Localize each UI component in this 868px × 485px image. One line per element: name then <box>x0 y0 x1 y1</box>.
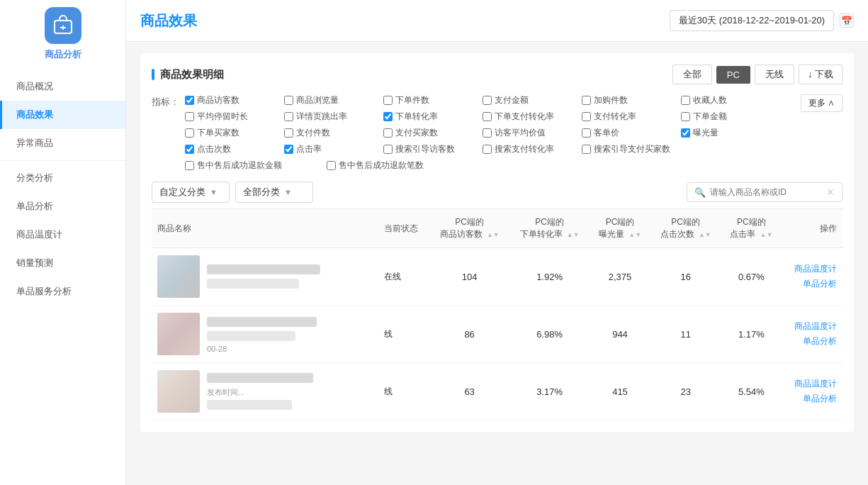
product-image <box>157 255 200 298</box>
product-id-blurred <box>207 400 292 410</box>
product-name-cell: 发布时间... <box>152 363 378 420</box>
product-search-box: 🔍 ✕ <box>687 182 842 202</box>
card-header: 商品效果明细 全部 PC 无线 ↓ 下载 <box>152 65 842 84</box>
sidebar-item-category[interactable]: 分类分析 <box>0 164 125 192</box>
sidebar-item-service[interactable]: 单品服务分析 <box>0 277 125 306</box>
product-status: 在线 <box>378 248 429 306</box>
metric-buyerdown[interactable]: 下单买家数 <box>185 127 284 139</box>
product-visitors: 104 <box>429 248 509 306</box>
product-visitors: 86 <box>429 306 509 363</box>
product-id-blurred <box>207 279 299 289</box>
download-button[interactable]: ↓ 下载 <box>799 65 842 84</box>
chevron-down-icon: ▼ <box>284 188 292 196</box>
product-exposure: 2,375 <box>590 248 650 306</box>
metric-orderconvert[interactable]: 下单转化率 <box>383 111 483 123</box>
product-actions: 商品温度计 单品分析 <box>782 248 842 306</box>
col-exposure[interactable]: PC端的 曝光量 ▲▼ <box>590 209 650 248</box>
metric-ctr[interactable]: 点击率 <box>284 143 383 155</box>
metric-searchpayconvert[interactable]: 搜索支付转化率 <box>483 143 582 155</box>
search-icon: 🔍 <box>694 187 706 198</box>
metric-payconvert2[interactable]: 支付转化率 <box>582 111 681 123</box>
card-title: 商品效果明细 <box>152 68 224 82</box>
metric-salesrefundcount[interactable]: 售中售后成功退款笔数 <box>327 160 468 172</box>
product-orderconvert: 3.17% <box>509 363 590 420</box>
tab-pc[interactable]: PC <box>716 66 750 84</box>
custom-category-select[interactable]: 自定义分类 ▼ <box>152 182 230 203</box>
filter-label: 指标： <box>152 94 179 108</box>
metric-searchvisitors[interactable]: 搜索引导访客数 <box>383 143 483 155</box>
metric-visitors[interactable]: 商品访客数 <box>185 94 284 106</box>
table-row[interactable]: 发布时间... 线 63 3.17% 415 23 <box>152 363 842 420</box>
product-name-blurred <box>207 373 313 383</box>
sidebar-nav: 商品概况 商品效果 异常商品 分类分析 单品分析 商品温度计 销量预测 单品服务… <box>0 72 125 306</box>
col-ctr[interactable]: PC端的 点击率 ▲▼ <box>721 209 782 248</box>
metric-bouncerate[interactable]: 详情页跳出率 <box>284 111 383 123</box>
action-single-link[interactable]: 单品分析 <box>787 393 837 405</box>
filter-row: 指标： 商品访客数 商品浏览量 下单件数 支付金额 加 <box>152 94 842 172</box>
main-content: 商品效果 最近30天 (2018-12-22~2019-01-20) 📅 商品效… <box>126 0 868 485</box>
metric-orders[interactable]: 下单件数 <box>383 94 483 106</box>
product-table: 商品名称 当前状态 PC端的 商品访客数 ▲▼ PC端的 下单转化率 ▲▼ <box>152 208 842 420</box>
metric-paypieces[interactable]: 支付件数 <box>284 127 383 139</box>
metric-searchguidebuyers[interactable]: 搜索引导支付买家数 <box>582 143 681 155</box>
action-temp-link[interactable]: 商品温度计 <box>787 320 837 333</box>
product-sub-info2: 发布时间... <box>207 387 373 398</box>
metric-exposure[interactable]: 曝光量 <box>681 127 780 139</box>
metric-payconvert[interactable]: 下单支付转化率 <box>483 111 582 123</box>
page-header: 商品效果 最近30天 (2018-12-22~2019-01-20) 📅 <box>126 0 868 42</box>
content-area: 商品效果明细 全部 PC 无线 ↓ 下载 指标： 商品访客数 <box>126 42 868 485</box>
sidebar-item-effect[interactable]: 商品效果 <box>0 101 125 129</box>
metric-cart[interactable]: 加购件数 <box>582 94 681 106</box>
sidebar: 商品分析 商品概况 商品效果 异常商品 分类分析 单品分析 商品温度计 销量预测… <box>0 0 126 485</box>
card-actions: 全部 PC 无线 ↓ 下载 <box>672 65 842 84</box>
metric-orderamount[interactable]: 下单金额 <box>681 111 780 123</box>
product-status: 线 <box>378 363 429 420</box>
more-metrics-button[interactable]: 更多 ∧ <box>801 94 842 112</box>
product-name-cell: 00-28 <box>152 306 378 363</box>
sidebar-item-overview[interactable]: 商品概况 <box>0 72 125 101</box>
metric-avgstay[interactable]: 平均停留时长 <box>185 111 284 123</box>
calendar-icon[interactable]: 📅 <box>840 13 854 28</box>
all-category-select[interactable]: 全部分类 ▼ <box>235 182 313 203</box>
sidebar-item-temp[interactable]: 商品温度计 <box>0 221 125 249</box>
sidebar-item-forecast[interactable]: 销量预测 <box>0 249 125 277</box>
date-range-button[interactable]: 最近30天 (2018-12-22~2019-01-20) <box>670 10 834 31</box>
table-row[interactable]: 在线 104 1.92% 2,375 16 0.67% 商品温度计 单品分析 <box>152 248 842 306</box>
product-name-blurred <box>207 317 317 327</box>
table-row[interactable]: 00-28 线 86 6.98% 944 11 1.17% <box>152 306 842 363</box>
sidebar-item-single[interactable]: 单品分析 <box>0 192 125 221</box>
action-single-link[interactable]: 单品分析 <box>787 278 837 290</box>
tab-group: 全部 PC 无线 <box>672 65 794 84</box>
product-exposure: 944 <box>590 306 650 363</box>
page-title: 商品效果 <box>140 11 197 30</box>
product-orderconvert: 1.92% <box>509 248 590 306</box>
search-input[interactable] <box>710 187 822 197</box>
metric-avgvalue[interactable]: 访客平均价值 <box>483 127 582 139</box>
tab-wireless[interactable]: 无线 <box>755 65 794 84</box>
product-visitors: 63 <box>429 363 509 420</box>
metric-pageviews[interactable]: 商品浏览量 <box>284 94 383 106</box>
clear-icon[interactable]: ✕ <box>826 186 835 198</box>
product-ctr: 1.17% <box>721 306 782 363</box>
col-action: 操作 <box>782 209 842 248</box>
metric-payment[interactable]: 支付金额 <box>483 94 582 106</box>
metric-paybuyer[interactable]: 支付买家数 <box>383 127 483 139</box>
action-temp-link[interactable]: 商品温度计 <box>787 263 837 275</box>
col-orderconvert[interactable]: PC端的 下单转化率 ▲▼ <box>509 209 590 248</box>
product-clicks: 16 <box>650 248 721 306</box>
action-single-link[interactable]: 单品分析 <box>787 335 837 347</box>
action-temp-link[interactable]: 商品温度计 <box>787 378 837 390</box>
metric-clicks[interactable]: 点击次数 <box>185 143 284 155</box>
product-name-cell <box>152 248 378 306</box>
sidebar-item-abnormal[interactable]: 异常商品 <box>0 129 125 157</box>
product-image <box>157 370 200 413</box>
tab-all[interactable]: 全部 <box>672 65 712 84</box>
product-clicks: 11 <box>650 306 721 363</box>
sort-icon: ▲▼ <box>699 232 711 238</box>
col-clicks[interactable]: PC端的 点击次数 ▲▼ <box>650 209 721 248</box>
col-visitors[interactable]: PC端的 商品访客数 ▲▼ <box>429 209 509 248</box>
metric-favorites[interactable]: 收藏人数 <box>681 94 780 106</box>
metric-salesrefund[interactable]: 售中售后成功退款金额 <box>185 160 327 172</box>
metric-perorder[interactable]: 客单价 <box>582 127 681 139</box>
product-sub-info: 00-28 <box>207 345 373 353</box>
